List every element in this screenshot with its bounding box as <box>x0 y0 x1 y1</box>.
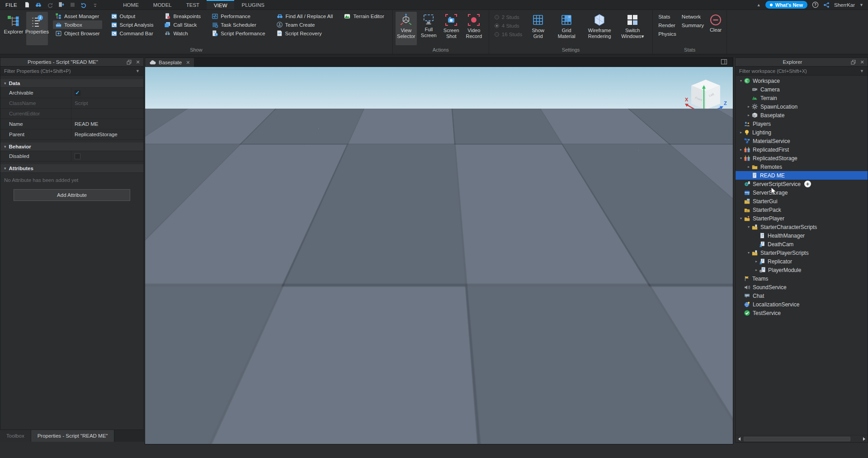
chevron-down-icon[interactable]: ▾ <box>738 156 744 160</box>
tree-item-localizationservice[interactable]: LocalizationService <box>736 300 868 309</box>
properties-toggle-button[interactable]: iProperties <box>26 12 48 45</box>
physics-stat-toggle[interactable]: Physics <box>658 30 676 38</box>
explorer-toggle-button[interactable]: Explorer <box>3 12 24 45</box>
3d-scene[interactable]: Front Left X Z <box>145 67 733 444</box>
watch-button[interactable]: Watch <box>162 29 203 38</box>
tree-item-players[interactable]: Players <box>736 119 868 128</box>
quick-stop-button[interactable] <box>69 1 76 9</box>
chevron-right-icon[interactable]: ▸ <box>738 130 744 134</box>
script-performance-button[interactable]: Script Performance <box>209 29 267 38</box>
team-create-button[interactable]: Team Create <box>274 20 335 29</box>
tree-item-startercharacterscripts[interactable]: ▾StarterCharacterScripts <box>736 223 868 231</box>
menu-tab-test[interactable]: TEST <box>179 0 207 10</box>
tree-item-lighting[interactable]: ▸Lighting <box>736 128 868 137</box>
chevron-right-icon[interactable]: ▸ <box>738 148 744 152</box>
render-stat-toggle[interactable]: Render <box>658 21 676 30</box>
tree-item-serverscriptservice[interactable]: ServerScriptService+ <box>736 180 868 188</box>
checkbox-checked[interactable]: ✓ <box>75 90 80 96</box>
find-all-replace-all-button[interactable]: Find All / Replace All <box>274 12 335 20</box>
tree-item-terrain[interactable]: Terrain <box>736 94 868 102</box>
tree-item-starterplayer[interactable]: ▾StarterPlayer <box>736 214 868 223</box>
show-grid-button[interactable]: ShowGrid <box>527 12 549 45</box>
tab-baseplate[interactable]: Baseplate ✕ <box>145 58 194 67</box>
pane-layout-icon[interactable] <box>721 59 727 65</box>
quick-toolbar-more-button[interactable] <box>91 1 99 9</box>
full-screen-button[interactable]: FullScreen <box>418 12 439 45</box>
output-button[interactable]: Output <box>108 12 156 20</box>
tree-item-camera[interactable]: Camera <box>736 85 868 94</box>
tree-item-replicatedfirst[interactable]: ▸ReplicatedFirst <box>736 145 868 154</box>
tab-close-icon[interactable]: ✕ <box>186 60 190 66</box>
network-stat-toggle[interactable]: Network <box>682 13 704 21</box>
switch-windows-button[interactable]: SwitchWindows▾ <box>617 12 648 45</box>
property-value[interactable] <box>71 151 143 161</box>
chevron-right-icon[interactable]: ▸ <box>746 113 751 117</box>
close-icon[interactable]: ✕ <box>134 58 142 66</box>
scroll-left-icon[interactable] <box>736 435 743 443</box>
summary-stat-toggle[interactable]: Summary <box>682 21 704 30</box>
tree-item-read-me[interactable]: READ ME <box>736 171 868 180</box>
share-icon[interactable] <box>823 2 830 8</box>
tree-item-materialservice[interactable]: MaterialService <box>736 137 868 145</box>
script-analysis-button[interactable]: Script Analysis <box>108 20 156 29</box>
2-studs-radio[interactable]: 2 Studs <box>495 13 522 21</box>
wireframe-rendering-button[interactable]: WireframeRendering <box>584 12 615 45</box>
chevron-right-icon[interactable]: ▸ <box>746 165 751 169</box>
tree-item-baseplate[interactable]: ▸Baseplate <box>736 111 868 119</box>
chevron-right-icon[interactable]: ▸ <box>754 259 759 263</box>
toolbox-button[interactable]: Toolbox <box>53 20 102 29</box>
tree-item-startergui[interactable]: StarterGui <box>736 197 868 205</box>
explorer-horizontal-scrollbar[interactable] <box>736 435 868 442</box>
dock-tab-toolbox[interactable]: Toolbox <box>0 430 31 442</box>
account-dropdown-icon[interactable]: ▼ <box>859 3 863 7</box>
scrollbar-thumb[interactable] <box>744 437 850 441</box>
terrain-editor-button[interactable]: Terrain Editor <box>341 12 386 20</box>
task-scheduler-button[interactable]: Task Scheduler <box>209 20 267 29</box>
tree-item-healthmanager[interactable]: HealthManager <box>736 231 868 240</box>
filter-dropdown-icon[interactable]: ▼ <box>860 69 864 73</box>
tree-item-workspace[interactable]: ▾Workspace <box>736 76 868 85</box>
menu-tab-view[interactable]: VIEW <box>207 0 234 10</box>
view-selector-button[interactable]: ViewSelector <box>396 12 417 45</box>
whats-new-button[interactable]: What's New <box>765 1 807 9</box>
chevron-right-icon[interactable]: ▸ <box>746 105 751 109</box>
tree-item-replicator[interactable]: ▸Replicator <box>736 257 868 266</box>
add-instance-icon[interactable]: + <box>804 181 811 187</box>
filter-dropdown-icon[interactable]: ▼ <box>136 69 140 73</box>
float-pane-icon[interactable] <box>849 58 857 66</box>
quick-save-button[interactable] <box>24 1 31 9</box>
quick-find-button[interactable] <box>35 1 42 9</box>
tree-item-soundservice[interactable]: SoundService <box>736 283 868 291</box>
breakpoints-button[interactable]: Breakpoints <box>162 12 203 20</box>
scroll-right-icon[interactable] <box>860 435 868 443</box>
clear-stats-button[interactable]: Clear <box>709 14 722 33</box>
checkbox-unchecked[interactable] <box>75 153 80 159</box>
script-recovery-button[interactable]: Script Recovery <box>274 29 335 38</box>
performance-button[interactable]: Performance <box>209 12 267 20</box>
tree-item-replicatedstorage[interactable]: ▾ReplicatedStorage <box>736 154 868 162</box>
command-bar-button[interactable]: Command Bar <box>108 29 156 38</box>
quick-undo-button[interactable] <box>80 1 87 9</box>
tree-item-testservice[interactable]: TestService <box>736 309 868 317</box>
float-pane-icon[interactable] <box>125 58 132 66</box>
tree-item-playermodule[interactable]: ▸PlayerModule <box>736 266 868 274</box>
section-header-data[interactable]: ▾Data <box>0 79 143 88</box>
menu-tab-plugins[interactable]: PLUGINS <box>234 0 272 10</box>
section-header-behavior[interactable]: ▾Behavior <box>0 143 143 151</box>
chevron-down-icon[interactable]: ▾ <box>746 251 751 255</box>
property-value[interactable]: ✓ <box>71 88 143 98</box>
chevron-down-icon[interactable]: ▾ <box>746 225 751 229</box>
quick-paste-button[interactable] <box>57 1 65 9</box>
dock-tab-properties[interactable]: Properties - Script "READ ME" <box>31 430 115 442</box>
view-cube[interactable]: Front Left X Z <box>685 80 727 114</box>
file-menu-button[interactable]: FILE <box>0 0 23 10</box>
collapse-ribbon-icon[interactable]: ▲ <box>757 3 761 7</box>
chevron-right-icon[interactable]: ▸ <box>754 268 759 272</box>
call-stack-button[interactable]: Call Stack <box>162 20 203 29</box>
chevron-down-icon[interactable]: ▾ <box>738 216 744 220</box>
quick-redo-button[interactable] <box>46 1 53 9</box>
close-icon[interactable]: ✕ <box>859 58 866 66</box>
video-record-button[interactable]: VideoRecord <box>463 12 485 45</box>
tree-item-teams[interactable]: Teams <box>736 274 868 283</box>
tree-item-chat[interactable]: Chat <box>736 291 868 300</box>
